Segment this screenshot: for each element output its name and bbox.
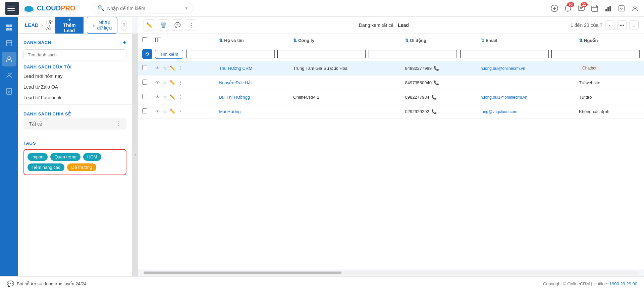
edit-toolbar-button[interactable]: ✏️ xyxy=(144,19,155,31)
calendar-button[interactable] xyxy=(591,5,598,12)
row-view-icon[interactable]: 👁 xyxy=(155,94,160,100)
row-more-icon[interactable]: ⋮ xyxy=(178,94,183,100)
sidebar-item-lead-hom-nay[interactable]: Lead mới hôm nay xyxy=(18,71,132,82)
row-phone-cell: 84973550940 📞 xyxy=(401,76,476,90)
row-view-icon[interactable]: 👁 xyxy=(155,65,160,71)
tag-item[interactable]: HCM xyxy=(83,153,101,161)
delete-toolbar-button[interactable]: 🗑️ xyxy=(158,19,169,31)
user-button[interactable] xyxy=(631,5,639,12)
tag-item[interactable]: Dễ thương xyxy=(67,163,96,171)
svg-rect-14 xyxy=(605,9,607,11)
help-button[interactable]: ? xyxy=(121,20,127,31)
phone-icon[interactable]: 📞 xyxy=(431,95,437,100)
prev-page-button[interactable]: ‹ xyxy=(605,20,614,30)
row-edit-icon[interactable]: ✏️ xyxy=(170,94,175,100)
search-source-input[interactable] xyxy=(551,50,640,58)
hamburger-menu[interactable] xyxy=(5,2,19,15)
row-checkbox[interactable] xyxy=(142,80,147,85)
tag-item[interactable]: import xyxy=(28,153,48,161)
header-source[interactable]: ⇅Nguồn xyxy=(575,34,644,47)
shared-item-dots[interactable]: ⋮ xyxy=(116,120,121,127)
table-wrap: ⇅Họ và tên ⇅Công ty ⇅Di động ⇅Email ⇅Ngu xyxy=(138,34,644,270)
svg-point-27 xyxy=(8,73,10,76)
phone-icon[interactable]: 📞 xyxy=(434,80,439,85)
tag-item[interactable]: Quan trọng xyxy=(50,153,80,161)
row-email-link[interactable]: huong.bui@onlinecrm.vn xyxy=(481,66,525,71)
row-name-link[interactable]: Mai Hương xyxy=(219,109,240,114)
row-checkbox[interactable] xyxy=(142,108,147,113)
source-badge: Chatbot xyxy=(579,65,600,71)
tag-item[interactable]: Tiềm năng cao xyxy=(28,163,64,171)
phone-icon[interactable]: 📞 xyxy=(434,66,439,71)
row-edit-icon[interactable]: ✏️ xyxy=(170,80,175,85)
messages-button[interactable]: 11 xyxy=(578,5,585,12)
row-name-link[interactable]: Bùi Thị Hườngg xyxy=(219,95,250,100)
row-email-link[interactable]: tung@vngcloud.com xyxy=(481,109,518,114)
danh-sach-plus[interactable]: + xyxy=(123,39,126,46)
row-email-cell xyxy=(477,76,575,90)
next-page-button[interactable]: › xyxy=(629,20,639,30)
row-star-icon[interactable]: ☆ xyxy=(163,80,167,85)
chart-button[interactable] xyxy=(604,5,612,12)
horizontal-scrollbar[interactable] xyxy=(144,271,639,275)
header-phone[interactable]: ⇅Di động xyxy=(401,34,476,47)
danh-sach-header: DANH SÁCH + xyxy=(23,39,126,46)
header-email[interactable]: ⇅Email xyxy=(477,34,575,47)
import-button[interactable]: Nhập dữ liệu xyxy=(87,17,117,34)
tasks-button[interactable] xyxy=(618,5,625,12)
add-button[interactable] xyxy=(551,5,558,12)
row-name-link[interactable]: Nguyễn Đức Hải xyxy=(219,80,252,85)
row-name-cell: Thu Hường CRM xyxy=(215,61,289,76)
svg-point-8 xyxy=(567,11,568,12)
row-star-icon[interactable]: ☆ xyxy=(163,109,167,114)
search-name-input[interactable] xyxy=(186,50,274,58)
more-toolbar-button[interactable]: ⋮ xyxy=(186,19,197,31)
nav-icons: 53 11 xyxy=(551,5,639,12)
comment-toolbar-button[interactable]: 💬 xyxy=(172,19,183,31)
row-view-icon[interactable]: 👁 xyxy=(155,109,160,114)
search-input[interactable] xyxy=(107,6,181,11)
header-name[interactable]: ⇅Họ và tên xyxy=(215,34,289,47)
row-view-icon[interactable]: 👁 xyxy=(155,80,160,85)
search-company-input[interactable] xyxy=(277,50,366,58)
sidebar-icon-contacts[interactable] xyxy=(2,52,16,66)
row-more-icon[interactable]: ⋮ xyxy=(178,109,183,114)
select-all-checkbox[interactable] xyxy=(142,37,147,42)
sidebar-icon-home[interactable] xyxy=(2,19,16,34)
scroll-thumb xyxy=(144,272,341,274)
sidebar-item-lead-facebook[interactable]: Lead từ Facebook xyxy=(18,92,132,103)
row-star-icon[interactable]: ☆ xyxy=(163,94,167,100)
search-phone-input[interactable] xyxy=(369,50,457,58)
row-company-cell: OnlineCRM 1 xyxy=(289,90,401,104)
row-email-link[interactable]: huong.bui1@onlinecrm.vn xyxy=(481,95,528,100)
sidebar-icon-person[interactable] xyxy=(2,68,16,83)
row-star-icon[interactable]: ☆ xyxy=(163,65,167,71)
search-table-button[interactable]: Tìm kiếm xyxy=(155,50,183,59)
row-edit-icon[interactable]: ✏️ xyxy=(170,109,175,114)
sidebar-item-lead-zalo[interactable]: Lead từ Zalo OA xyxy=(18,82,132,92)
sidebar-breadcrumb-bar: LEAD › Tất cả + Thêm Lead Nhập dữ liệu ? xyxy=(18,17,132,34)
row-edit-icon[interactable]: ✏️ xyxy=(170,65,175,71)
row-checkbox[interactable] xyxy=(142,65,147,70)
row-more-icon[interactable]: ⋮ xyxy=(178,80,183,85)
search-dropdown-arrow[interactable]: ▼ xyxy=(184,6,189,11)
collapse-handle[interactable]: ‹ xyxy=(132,34,138,276)
search-bar[interactable]: 🔍 ▼ xyxy=(93,3,193,13)
sidebar-icon-document[interactable] xyxy=(2,84,16,99)
header-company[interactable]: ⇅Công ty xyxy=(289,34,401,47)
sidebar-icon-building[interactable] xyxy=(2,36,16,50)
notification-button[interactable]: 53 xyxy=(564,5,572,12)
shared-item-tat-ca[interactable]: Tất cả ⋮ xyxy=(23,118,126,130)
row-checkbox[interactable] xyxy=(142,94,147,99)
sidebar-search-input[interactable] xyxy=(23,49,126,60)
row-more-icon[interactable]: ⋮ xyxy=(178,65,183,71)
add-lead-button[interactable]: + Thêm Lead xyxy=(55,17,84,36)
search-email-input[interactable] xyxy=(460,50,548,58)
row-source-cell: Từ website xyxy=(575,76,644,90)
row-name-link[interactable]: Thu Hường CRM xyxy=(219,66,252,71)
phone-icon[interactable]: 📞 xyxy=(431,109,437,114)
main-layout: LEAD › Tất cả + Thêm Lead Nhập dữ liệu ?… xyxy=(0,17,644,276)
import-label: Nhập dữ liệu xyxy=(97,20,112,31)
svg-point-18 xyxy=(634,6,636,9)
more-pages-button[interactable]: ••• xyxy=(617,20,627,30)
